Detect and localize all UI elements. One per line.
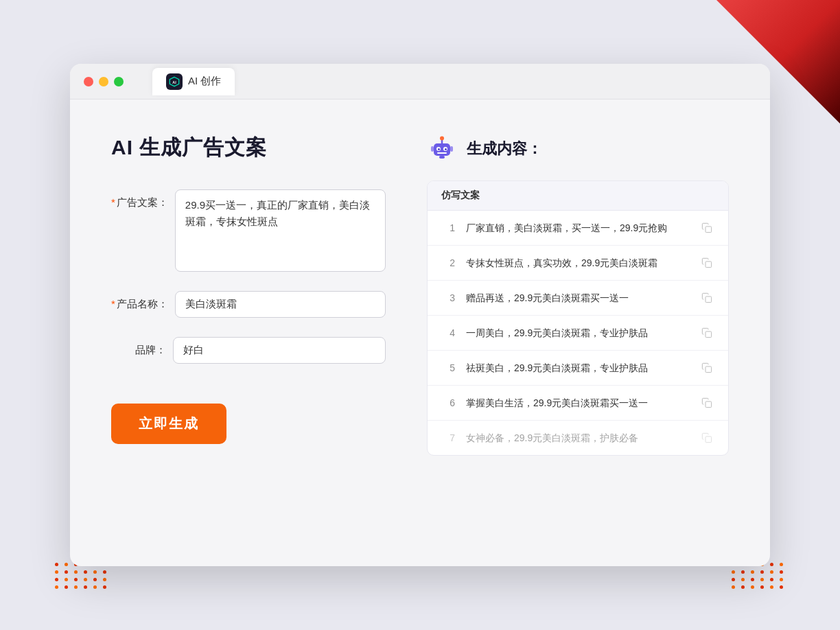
- page-title: AI 生成广告文案: [111, 134, 386, 162]
- svg-rect-14: [705, 261, 712, 268]
- item-number: 2: [441, 257, 455, 268]
- copy-icon[interactable]: [699, 290, 714, 305]
- browser-window: AI AI 创作 AI 生成广告文案 *广告文案： 29.9买一送一，真正的厂家…: [70, 64, 770, 566]
- form-row-product-name: *产品名称：: [111, 291, 386, 318]
- item-text: 祛斑美白，29.9元美白淡斑霜，专业护肤品: [466, 361, 688, 375]
- table-row: 7女神必备，29.9元美白淡斑霜，护肤必备: [428, 421, 728, 455]
- traffic-light-close[interactable]: [84, 77, 93, 86]
- brand-label: 品牌：: [111, 337, 166, 357]
- result-title: 生成内容：: [467, 139, 542, 159]
- traffic-lights: [84, 77, 124, 86]
- table-row: 5祛斑美白，29.9元美白淡斑霜，专业护肤品: [428, 351, 728, 386]
- brand-input[interactable]: [173, 337, 386, 364]
- product-name-input[interactable]: [175, 291, 386, 318]
- item-number: 5: [441, 362, 455, 373]
- result-items-container: 1厂家直销，美白淡斑霜，买一送一，29.9元抢购2专抹女性斑点，真实功效，29.…: [428, 211, 728, 455]
- svg-rect-13: [705, 226, 712, 233]
- item-text: 一周美白，29.9元美白淡斑霜，专业护肤品: [466, 326, 688, 340]
- svg-point-8: [445, 148, 447, 150]
- table-row: 6掌握美白生活，29.9元美白淡斑霜买一送一: [428, 386, 728, 421]
- copy-icon[interactable]: [699, 430, 714, 445]
- item-number: 3: [441, 292, 455, 303]
- svg-rect-19: [705, 436, 712, 443]
- bg-dots-left: [55, 563, 108, 589]
- svg-point-4: [440, 137, 444, 141]
- item-text: 女神必备，29.9元美白淡斑霜，护肤必备: [466, 431, 688, 445]
- table-row: 4一周美白，29.9元美白淡斑霜，专业护肤品: [428, 316, 728, 351]
- item-number: 6: [441, 397, 455, 408]
- ad-copy-label: *广告文案：: [111, 189, 168, 209]
- table-row: 2专抹女性斑点，真实功效，29.9元美白淡斑霜: [428, 246, 728, 281]
- form-row-brand: 品牌：: [111, 337, 386, 364]
- table-row: 1厂家直销，美白淡斑霜，买一送一，29.9元抢购: [428, 211, 728, 246]
- bg-dots-right: [732, 563, 785, 589]
- copy-icon[interactable]: [699, 220, 714, 235]
- item-text: 专抹女性斑点，真实功效，29.9元美白淡斑霜: [466, 256, 688, 270]
- svg-point-7: [438, 148, 440, 150]
- required-star-ad: *: [111, 196, 115, 208]
- generate-button[interactable]: 立即生成: [111, 404, 226, 444]
- form-row-ad-copy: *广告文案： 29.9买一送一，真正的厂家直销，美白淡斑霜，专抹女性斑点: [111, 189, 386, 272]
- left-panel: AI 生成广告文案 *广告文案： 29.9买一送一，真正的厂家直销，美白淡斑霜，…: [111, 134, 386, 532]
- ad-copy-input[interactable]: 29.9买一送一，真正的厂家直销，美白淡斑霜，专抹女性斑点: [175, 189, 386, 272]
- result-table: 仿写文案 1厂家直销，美白淡斑霜，买一送一，29.9元抢购2专抹女性斑点，真实功…: [427, 180, 729, 456]
- copy-icon[interactable]: [699, 255, 714, 270]
- table-header: 仿写文案: [428, 181, 728, 211]
- item-text: 赠品再送，29.9元美白淡斑霜买一送一: [466, 291, 688, 305]
- svg-rect-15: [705, 296, 712, 303]
- item-text: 厂家直销，美白淡斑霜，买一送一，29.9元抢购: [466, 221, 688, 235]
- svg-rect-18: [705, 401, 712, 408]
- svg-text:AI: AI: [172, 80, 176, 84]
- required-star-product: *: [111, 298, 115, 310]
- svg-rect-2: [434, 143, 450, 156]
- svg-rect-16: [705, 331, 712, 338]
- copy-icon[interactable]: [699, 395, 714, 410]
- svg-rect-10: [439, 156, 445, 159]
- table-row: 3赠品再送，29.9元美白淡斑霜买一送一: [428, 281, 728, 316]
- tab-title: AI 创作: [188, 75, 221, 88]
- item-number: 1: [441, 222, 455, 233]
- copy-icon[interactable]: [699, 325, 714, 340]
- copy-icon[interactable]: [699, 360, 714, 375]
- product-name-label: *产品名称：: [111, 291, 168, 311]
- title-bar: AI AI 创作: [70, 64, 770, 100]
- robot-icon: [427, 134, 457, 164]
- svg-rect-11: [431, 146, 434, 152]
- item-text: 掌握美白生活，29.9元美白淡斑霜买一送一: [466, 396, 688, 410]
- main-content: AI 生成广告文案 *广告文案： 29.9买一送一，真正的厂家直销，美白淡斑霜，…: [70, 100, 770, 566]
- right-panel: 生成内容： 仿写文案 1厂家直销，美白淡斑霜，买一送一，29.9元抢购2专抹女性…: [427, 134, 729, 532]
- item-number: 4: [441, 327, 455, 338]
- item-number: 7: [441, 432, 455, 443]
- svg-rect-17: [705, 366, 712, 373]
- tab-ai-icon: AI: [166, 73, 183, 90]
- traffic-light-minimize[interactable]: [99, 77, 108, 86]
- traffic-light-maximize[interactable]: [114, 77, 124, 86]
- browser-tab[interactable]: AI AI 创作: [152, 68, 235, 95]
- result-header: 生成内容：: [427, 134, 729, 164]
- svg-rect-12: [450, 146, 453, 152]
